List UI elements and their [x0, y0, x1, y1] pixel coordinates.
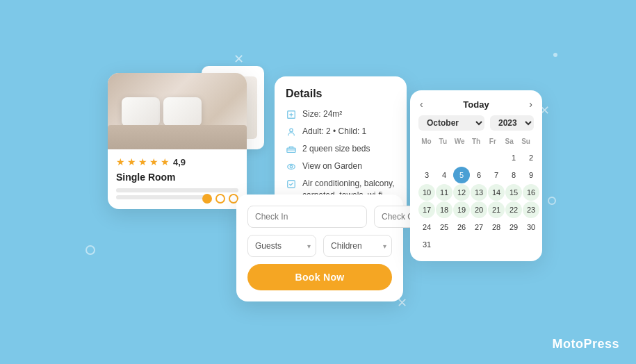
eye-icon — [286, 161, 297, 172]
cal-day-empty-8 — [471, 236, 487, 253]
weekday-th: Th — [468, 136, 484, 147]
cal-day-30[interactable]: 30 — [523, 219, 539, 235]
cal-day-13[interactable]: 13 — [471, 184, 487, 201]
children-select[interactable]: Children 0 1 2 3 — [323, 235, 392, 257]
cal-day-empty-10 — [505, 236, 522, 253]
cal-day-19[interactable]: 19 — [453, 201, 470, 218]
calendar-prev-button[interactable]: ‹ — [418, 99, 425, 110]
guests-select[interactable]: Guests 1 Guest 2 Guests 3 Guests — [247, 235, 316, 257]
book-now-button[interactable]: Book Now — [247, 264, 392, 290]
bed-icon — [286, 144, 297, 155]
weekday-sa: Sa — [501, 136, 517, 147]
cal-day-27[interactable]: 27 — [471, 219, 487, 235]
cal-day-8[interactable]: 8 — [505, 167, 522, 183]
details-title: Details — [286, 88, 396, 100]
svg-point-1 — [290, 129, 293, 131]
calendar-month-select[interactable]: October November December — [418, 115, 484, 131]
check-in-field[interactable] — [247, 206, 367, 228]
size-icon — [286, 109, 297, 120]
cal-day-29[interactable]: 29 — [505, 219, 522, 235]
calendar-days: 1 2 3 4 5 6 7 8 9 10 11 12 13 14 15 16 1… — [418, 149, 534, 253]
hotel-name: Single Room — [116, 172, 238, 183]
weekday-we: We — [452, 136, 468, 147]
cal-day-16[interactable]: 16 — [523, 184, 539, 201]
cal-day-empty-5 — [488, 149, 505, 166]
star-3: ★ — [138, 156, 147, 167]
calendar-grid: Mo Tu We Th Fr Sa Su 1 2 3 4 5 — [418, 136, 534, 253]
cal-day-empty-11 — [523, 236, 539, 253]
cal-day-18[interactable]: 18 — [436, 201, 452, 218]
rating-number: 4,9 — [173, 157, 186, 167]
stars-row: ★ ★ ★ ★ ★ 4,9 — [116, 156, 238, 167]
cal-day-5-today[interactable]: 5 — [453, 167, 470, 183]
calendar-month-row: October November December 2023 2024 — [418, 115, 534, 131]
cal-day-9[interactable]: 9 — [523, 167, 539, 183]
bed-text: 2 queen size beds — [302, 143, 370, 155]
calendar-next-button[interactable]: › — [528, 99, 534, 110]
hotel-line-2 — [116, 195, 208, 199]
calendar-header: ‹ Today › — [418, 99, 534, 110]
cal-day-1[interactable]: 1 — [505, 149, 522, 166]
motopress-logo: MotoPress — [552, 337, 619, 351]
guests-row: Guests 1 Guest 2 Guests 3 Guests ▾ Child… — [247, 235, 392, 257]
cal-day-31[interactable]: 31 — [418, 236, 435, 253]
details-item-size: Size: 24m² — [286, 108, 396, 120]
size-text: Size: 24m² — [302, 108, 342, 120]
cal-day-22[interactable]: 22 — [505, 201, 522, 218]
cal-day-2[interactable]: 2 — [523, 149, 539, 166]
cal-day-17[interactable]: 17 — [418, 201, 435, 218]
details-item-view: View on Garden — [286, 160, 396, 172]
deco-cross-1: ✕ — [234, 51, 244, 67]
weekday-tu: Tu — [435, 136, 451, 147]
star-5: ★ — [161, 156, 170, 167]
cal-day-empty-6 — [436, 236, 452, 253]
view-text: View on Garden — [302, 160, 362, 172]
pillow-left — [122, 97, 160, 126]
star-2: ★ — [127, 156, 136, 167]
cal-day-26[interactable]: 26 — [453, 219, 470, 235]
cal-day-10[interactable]: 10 — [418, 184, 435, 201]
cal-day-23[interactable]: 23 — [523, 201, 539, 218]
cal-day-7[interactable]: 7 — [488, 167, 505, 183]
adults-text: Adult: 2 • Child: 1 — [302, 126, 366, 138]
deco-dot-3 — [553, 53, 557, 57]
weekday-mo: Mo — [418, 136, 434, 147]
cal-day-21[interactable]: 21 — [488, 201, 505, 218]
cal-day-3[interactable]: 3 — [418, 167, 435, 183]
details-item-adults: Adult: 2 • Child: 1 — [286, 126, 396, 138]
cal-day-28[interactable]: 28 — [488, 219, 505, 235]
svg-point-3 — [288, 165, 295, 169]
person-icon — [286, 126, 297, 138]
star-1: ★ — [116, 156, 125, 167]
calendar-year-select[interactable]: 2023 2024 — [490, 115, 534, 131]
hotel-card: ★ ★ ★ ★ ★ 4,9 Single Room — [108, 73, 247, 209]
cal-day-4[interactable]: 4 — [436, 167, 452, 183]
calendar-weekdays: Mo Tu We Th Fr Sa Su — [418, 136, 534, 147]
cal-day-empty-1 — [418, 149, 435, 166]
cal-day-11[interactable]: 11 — [436, 184, 452, 201]
cal-day-6[interactable]: 6 — [471, 167, 487, 183]
dot-1[interactable] — [202, 194, 212, 204]
svg-point-4 — [290, 165, 293, 168]
children-select-wrapper: Children 0 1 2 3 ▾ — [323, 235, 392, 257]
calendar-card: ‹ Today › October November December 2023… — [410, 90, 542, 261]
cal-day-12[interactable]: 12 — [453, 184, 470, 201]
cal-day-empty-9 — [488, 236, 505, 253]
cal-day-25[interactable]: 25 — [436, 219, 452, 235]
deco-circle-1 — [85, 245, 95, 255]
cal-day-14[interactable]: 14 — [488, 184, 505, 201]
booking-form: Guests 1 Guest 2 Guests 3 Guests ▾ Child… — [236, 195, 403, 301]
guests-select-wrapper: Guests 1 Guest 2 Guests 3 Guests ▾ — [247, 235, 316, 257]
cal-day-empty-3 — [453, 149, 470, 166]
weekday-fr: Fr — [484, 136, 500, 147]
dots-indicator — [202, 194, 238, 204]
star-4: ★ — [149, 156, 158, 167]
cal-day-20[interactable]: 20 — [471, 201, 487, 218]
calendar-today-label: Today — [463, 99, 489, 110]
weekday-su: Su — [518, 136, 534, 147]
dot-2[interactable] — [215, 194, 225, 204]
cal-day-24[interactable]: 24 — [418, 219, 435, 235]
hotel-card-image — [108, 73, 247, 149]
amenities-icon — [286, 179, 297, 190]
cal-day-15[interactable]: 15 — [505, 184, 522, 201]
